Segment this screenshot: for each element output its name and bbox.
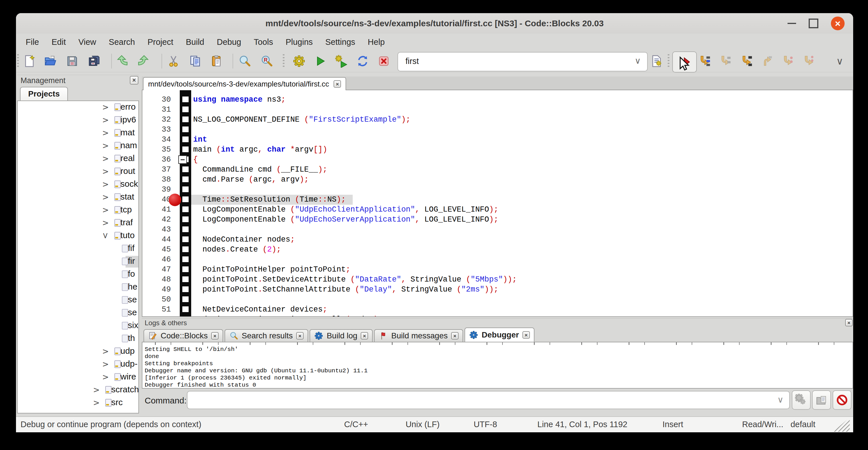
command-input[interactable]: ∨: [187, 391, 790, 409]
build-target-select[interactable]: first ∨: [398, 52, 648, 71]
chevron-collapsed-icon[interactable]: >: [93, 385, 100, 395]
tree-item-nam[interactable]: >nam: [18, 140, 138, 152]
next-line-button[interactable]: [718, 53, 734, 70]
chevron-collapsed-icon[interactable]: >: [93, 398, 100, 408]
open-file-button[interactable]: [42, 53, 58, 70]
tree-item-erro[interactable]: >erro: [18, 101, 138, 114]
tree-item-rout[interactable]: >rout: [18, 165, 138, 178]
line-number[interactable]: 31: [145, 105, 171, 115]
code-line-34[interactable]: int: [193, 135, 207, 145]
redo-button[interactable]: [134, 53, 150, 70]
line-number[interactable]: 38: [145, 175, 171, 185]
menu-help[interactable]: Help: [362, 36, 391, 48]
run-to-cursor-button[interactable]: [697, 53, 713, 70]
undo-button[interactable]: [115, 53, 131, 70]
line-number[interactable]: 39: [145, 185, 171, 195]
line-number[interactable]: 34: [145, 135, 171, 145]
code-line-35[interactable]: main (int argc, char *argv[]): [193, 145, 327, 155]
line-number[interactable]: 43: [145, 225, 171, 235]
tree-item-he[interactable]: he: [18, 281, 138, 294]
menu-view[interactable]: View: [72, 36, 102, 48]
find-button[interactable]: [237, 53, 252, 70]
line-number[interactable]: 49: [145, 285, 171, 295]
menu-project[interactable]: Project: [141, 36, 180, 48]
paste-button[interactable]: [208, 53, 224, 70]
tree-item-ipv6[interactable]: >ipv6: [18, 114, 138, 127]
chevron-collapsed-icon[interactable]: >: [102, 102, 109, 112]
code-area[interactable]: 30using namespace ns3;3132NS_LOG_COMPONE…: [142, 90, 853, 317]
line-number[interactable]: 40: [145, 195, 171, 205]
menu-debug[interactable]: Debug: [211, 36, 247, 48]
line-number[interactable]: 44: [145, 235, 171, 245]
new-file-button[interactable]: [22, 53, 37, 70]
log-tab-close-button[interactable]: ×: [523, 331, 530, 339]
line-number[interactable]: 35: [145, 145, 171, 155]
code-line-52[interactable]: devices = pointToPoint.Install (nodes);: [193, 314, 383, 317]
menu-plugins[interactable]: Plugins: [279, 36, 319, 48]
log-tab-code-blocks[interactable]: Code::Blocks×: [144, 329, 223, 342]
line-number[interactable]: 30: [145, 95, 171, 105]
line-number[interactable]: 46: [145, 255, 171, 265]
tree-item-udp-[interactable]: >udp-: [18, 358, 138, 371]
abort-button[interactable]: [376, 53, 392, 70]
chevron-collapsed-icon[interactable]: >: [102, 205, 109, 215]
chevron-collapsed-icon[interactable]: >: [102, 218, 109, 228]
cut-button[interactable]: [165, 53, 182, 70]
editor-tab-close-button[interactable]: ×: [334, 80, 341, 88]
code-line-51[interactable]: NetDeviceContainer devices;: [193, 305, 327, 314]
line-number[interactable]: 45: [145, 245, 171, 255]
toolbar-grip[interactable]: [17, 54, 19, 68]
log-tab-build-log[interactable]: Build log×: [310, 329, 373, 342]
minimize-button[interactable]: [787, 23, 796, 24]
step-into-instruction-button[interactable]: [801, 53, 817, 70]
management-close-button[interactable]: ×: [130, 76, 138, 85]
debug-tools-button[interactable]: [792, 390, 811, 410]
tree-item-src[interactable]: >src: [18, 397, 138, 410]
tree-item-fo[interactable]: fo: [18, 268, 138, 281]
chevron-collapsed-icon[interactable]: >: [102, 372, 109, 382]
project-tree[interactable]: >erro>ipv6>mat>nam>real>rout>sock>stat>t…: [17, 100, 139, 414]
build-target-options-button[interactable]: [649, 53, 664, 70]
tree-item-tcp[interactable]: >tcp: [18, 204, 138, 217]
code-line-42[interactable]: LogComponentEnable ("UdpEchoServerApplic…: [193, 215, 498, 225]
line-number[interactable]: 47: [145, 265, 171, 275]
line-number[interactable]: 51: [145, 305, 171, 314]
code-line-32[interactable]: NS_LOG_COMPONENT_DEFINE ("FirstScriptExa…: [193, 115, 411, 125]
chevron-collapsed-icon[interactable]: >: [102, 192, 109, 202]
next-instruction-button[interactable]: [780, 53, 796, 70]
code-line-41[interactable]: LogComponentEnable ("UdpEchoClientApplic…: [193, 205, 498, 215]
log-tab-search-results[interactable]: Search results×: [224, 329, 308, 342]
close-button[interactable]: ×: [831, 17, 845, 30]
maximize-button[interactable]: [809, 19, 818, 28]
chevron-collapsed-icon[interactable]: >: [102, 180, 109, 189]
code-line-36[interactable]: {: [193, 155, 198, 165]
tree-item-wire[interactable]: >wire: [18, 371, 138, 384]
code-line-37[interactable]: CommandLine cmd (__FILE__);: [193, 165, 327, 175]
tree-item-th[interactable]: th: [18, 332, 138, 345]
chevron-expanded-icon[interactable]: >: [101, 233, 110, 239]
resize-grip[interactable]: [833, 417, 850, 432]
code-line-38[interactable]: cmd.Parse (argc, argv);: [193, 175, 309, 185]
menu-search[interactable]: Search: [102, 36, 141, 48]
step-into-button[interactable]: [739, 53, 755, 70]
code-line-30[interactable]: using namespace ns3;: [193, 95, 286, 105]
chevron-collapsed-icon[interactable]: >: [102, 154, 109, 163]
fold-collapse-icon[interactable]: [178, 155, 187, 164]
line-number[interactable]: 42: [145, 215, 171, 225]
build-and-run-button[interactable]: [333, 53, 349, 70]
step-out-button[interactable]: [759, 53, 775, 70]
line-number[interactable]: 33: [145, 125, 171, 135]
log-tab-close-button[interactable]: ×: [211, 332, 219, 339]
menu-build[interactable]: Build: [180, 36, 211, 48]
copy-button[interactable]: [187, 53, 203, 70]
line-number[interactable]: 32: [145, 115, 171, 125]
code-line-47[interactable]: PointToPointHelper pointToPoint;: [193, 265, 350, 275]
debug-continue-button[interactable]: [672, 51, 697, 72]
line-number[interactable]: 36: [145, 155, 171, 165]
save-file-button[interactable]: [64, 53, 80, 70]
menu-tools[interactable]: Tools: [247, 36, 279, 48]
tree-item-scratch[interactable]: >scratch: [18, 384, 138, 397]
breakpoint-marker[interactable]: [168, 193, 181, 206]
tree-item-se[interactable]: se: [18, 294, 138, 307]
code-line-44[interactable]: NodeContainer nodes;: [193, 235, 295, 245]
